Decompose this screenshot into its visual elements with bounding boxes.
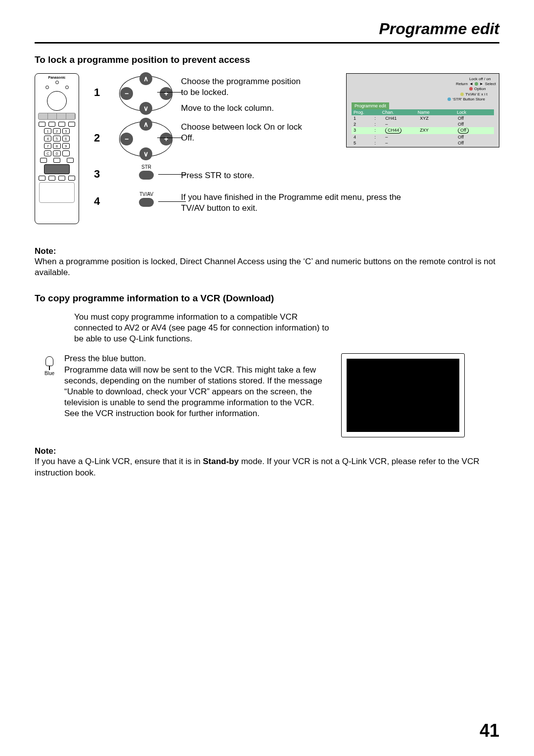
step-number: 4 <box>94 192 112 208</box>
note-text-pre: If you have a Q-Link VCR, ensure that it… <box>35 457 203 466</box>
step-number: 2 <box>94 119 112 144</box>
step-1-text-a: Choose the programme position to be lock… <box>181 76 310 98</box>
navpad-icon: ∧∨ −+ <box>119 73 174 114</box>
note-text: When a programme position is locked, Dir… <box>35 257 495 277</box>
remote-brand: Panasonic <box>37 76 77 79</box>
step-1-text-b: Move to the lock column. <box>181 103 310 114</box>
press-blue-line: Press the blue button. <box>64 353 331 364</box>
table-row: 3:CH44ZXYOff <box>352 127 494 134</box>
section2-title: To copy programme information to a VCR (… <box>35 293 499 304</box>
osd-screenshot: Lock off / on Return◄►Select Option TV/A… <box>346 73 499 147</box>
blue-dot-icon <box>447 97 451 101</box>
step-2-text: Choose between lock On or lock Off. <box>181 119 310 143</box>
blue-label: Blue <box>35 371 64 376</box>
remote-illustration: Panasonic 123456789C0 <box>35 73 84 232</box>
table-row: 4:–Off <box>352 134 494 140</box>
section2-intro: You must copy programme information to a… <box>74 312 331 344</box>
str-label: STR <box>139 164 154 170</box>
step-number: 1 <box>94 73 112 99</box>
osd-legend: Lock off / on Return◄►Select Option TV/A… <box>440 77 496 102</box>
navpad-icon: ∧∨ −+ <box>119 119 174 159</box>
step-3: 3 STR Press STR to store. <box>94 164 418 181</box>
step-4: 4 TV/AV If you have finished in the Prog… <box>94 186 418 214</box>
str-button-icon <box>139 171 154 180</box>
title-rule <box>35 42 499 44</box>
yellow-dot-icon <box>460 93 464 96</box>
section1-title: To lock a programme position to prevent … <box>35 54 499 65</box>
page-number: 41 <box>480 720 499 741</box>
table-row: 5:–Off <box>352 140 494 146</box>
osd-table: Prog. Chan. Name Lock 1:CH41XYZOff2:–Off… <box>352 109 494 146</box>
section2-note: Note: If you have a Q-Link VCR, ensure t… <box>35 446 499 478</box>
page-title: Programme edit <box>35 20 499 42</box>
osd-tab: Programme edit <box>352 102 389 109</box>
lock-section: Panasonic 123456789C0 1 ∧∨ −+ <box>35 73 499 246</box>
step-3-text: Press STR to store. <box>181 164 310 181</box>
note-label: Note: <box>35 446 56 456</box>
note-bold: Stand-by <box>203 457 239 466</box>
section2-body: Programme data will now be sent to the V… <box>64 365 331 419</box>
table-row: 2:–Off <box>352 121 494 127</box>
red-dot-icon <box>469 87 473 91</box>
step-4-text: If you have finished in the Programme ed… <box>181 186 418 214</box>
section1-note: Note: When a programme position is locke… <box>35 246 499 278</box>
step-number: 3 <box>94 165 112 181</box>
note-label: Note: <box>35 246 56 256</box>
table-row: 1:CH41XYZOff <box>352 115 494 121</box>
green-dot-icon <box>475 82 478 86</box>
tvav-button-icon <box>139 198 154 207</box>
copy-section: To copy programme information to a VCR (… <box>35 293 499 478</box>
blue-button-icon: Blue <box>35 353 64 437</box>
tv-screen-illustration <box>341 353 465 437</box>
tvav-label: TV/AV <box>139 191 154 197</box>
